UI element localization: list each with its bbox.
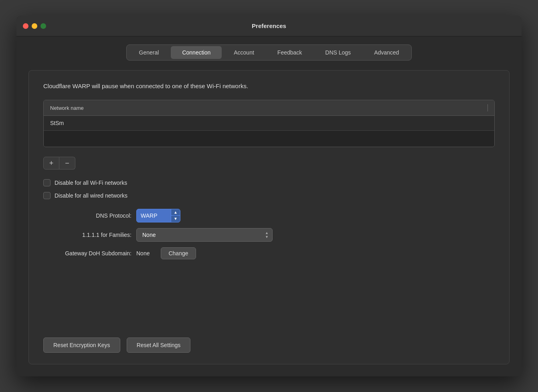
- dns-protocol-value: WARP: [137, 210, 171, 221]
- families-row: 1.1.1.1 for Families: None Malware Malwa…: [43, 228, 495, 242]
- disable-wired-label: Disable for all wired networks: [55, 192, 127, 199]
- add-remove-buttons: + −: [43, 157, 495, 170]
- disable-wifi-checkbox[interactable]: [43, 179, 51, 186]
- disable-wired-checkbox[interactable]: [43, 192, 51, 199]
- panel-description: Cloudflare WARP will pause when connecte…: [43, 82, 495, 90]
- settings-rows: DNS Protocol: WARP ▲ ▼ 1.1.1.1 for Fam: [43, 209, 495, 259]
- gateway-doh-label: Gateway DoH Subdomain:: [43, 250, 131, 257]
- reset-all-button[interactable]: Reset All Settings: [127, 337, 191, 353]
- tab-feedback[interactable]: Feedback: [266, 46, 313, 59]
- tab-general[interactable]: General: [128, 46, 170, 59]
- titlebar: Preferences: [16, 16, 522, 36]
- disable-wifi-row: Disable for all Wi-Fi networks: [43, 179, 495, 186]
- tab-account[interactable]: Account: [222, 46, 265, 59]
- traffic-lights: [23, 23, 46, 29]
- content-area: General Connection Account Feedback DNS …: [16, 36, 522, 376]
- minimize-button[interactable]: [32, 23, 37, 29]
- checkboxes-section: Disable for all Wi-Fi networks Disable f…: [43, 179, 495, 199]
- reset-encryption-button[interactable]: Reset Encryption Keys: [43, 337, 120, 353]
- gateway-doh-value: None: [136, 250, 150, 257]
- column-divider: [487, 104, 488, 111]
- families-select-wrapper: None Malware Malware and Adult Content ▲…: [136, 228, 273, 242]
- stepper-up-icon[interactable]: ▲: [171, 209, 180, 216]
- gateway-doh-row: Gateway DoH Subdomain: None Change: [43, 247, 495, 259]
- stepper-down-icon[interactable]: ▼: [171, 216, 180, 222]
- disable-wired-row: Disable for all wired networks: [43, 192, 495, 199]
- network-name-column-header: Network name: [50, 105, 84, 111]
- families-select[interactable]: None Malware Malware and Adult Content: [136, 228, 273, 242]
- dns-protocol-row: DNS Protocol: WARP ▲ ▼: [43, 209, 495, 222]
- preferences-window: Preferences General Connection Account F…: [16, 16, 522, 376]
- tab-connection[interactable]: Connection: [171, 46, 222, 59]
- remove-network-button[interactable]: −: [59, 157, 75, 170]
- families-label: 1.1.1.1 for Families:: [43, 232, 131, 238]
- dns-protocol-select-wrapper: WARP ▲ ▼: [136, 209, 180, 222]
- add-network-button[interactable]: +: [43, 157, 59, 170]
- change-button[interactable]: Change: [161, 247, 196, 259]
- network-table: Network name StSm: [43, 100, 495, 147]
- network-name-value: StSm: [50, 120, 64, 126]
- network-table-header: Network name: [44, 100, 494, 116]
- network-input-row[interactable]: [44, 131, 494, 147]
- tab-advanced[interactable]: Advanced: [363, 46, 410, 59]
- window-title: Preferences: [252, 22, 286, 29]
- dns-protocol-label: DNS Protocol:: [43, 212, 131, 219]
- close-button[interactable]: [23, 23, 28, 29]
- maximize-button[interactable]: [40, 23, 46, 29]
- connection-panel: Cloudflare WARP will pause when connecte…: [28, 70, 510, 364]
- dns-protocol-stepper[interactable]: WARP ▲ ▼: [136, 209, 180, 222]
- disable-wifi-label: Disable for all Wi-Fi networks: [55, 180, 127, 186]
- tab-dns-logs[interactable]: DNS Logs: [314, 46, 362, 59]
- stepper-arrows: ▲ ▼: [171, 209, 180, 222]
- tab-bar: General Connection Account Feedback DNS …: [126, 44, 412, 61]
- table-row[interactable]: StSm: [44, 116, 494, 131]
- bottom-buttons: Reset Encryption Keys Reset All Settings: [43, 331, 495, 353]
